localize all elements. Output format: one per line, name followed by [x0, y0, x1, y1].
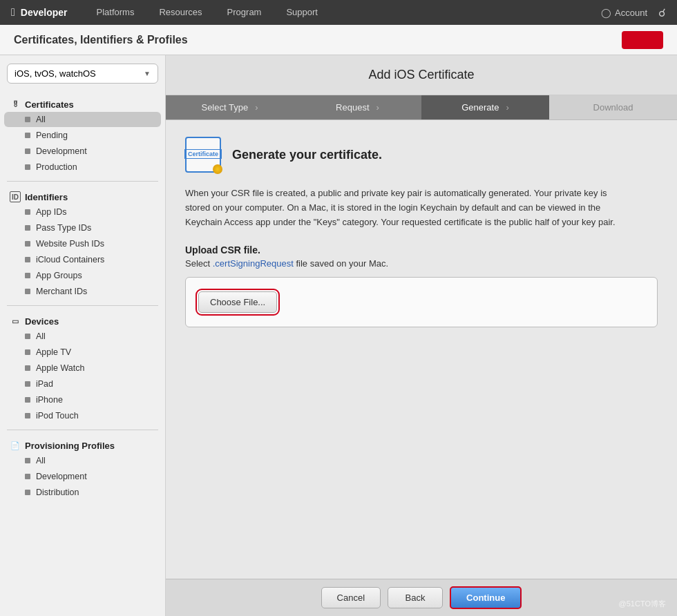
- dot-icon: [25, 148, 30, 154]
- sidebar-section-devices: ▭ Devices All Apple TV Apple Watch iPad: [0, 309, 165, 427]
- dot-icon: [25, 365, 30, 371]
- sidebar-item-label: Pending: [36, 131, 68, 140]
- generate-header: Certificate Generate your certificate.: [185, 137, 658, 173]
- back-button[interactable]: Back: [388, 587, 443, 608]
- step-generate[interactable]: Generate ›: [421, 95, 549, 119]
- sidebar-section-certificates: 🎖 Certificates All Pending Development P…: [0, 92, 165, 178]
- sidebar-item-pp-all[interactable]: All: [4, 453, 161, 468]
- step-download[interactable]: Download: [549, 95, 677, 119]
- provisioning-icon: 📄: [10, 440, 21, 451]
- sidebar-item-apple-watch[interactable]: Apple Watch: [4, 360, 161, 376]
- account-label: Account: [615, 8, 647, 18]
- provisioning-header: 📄 Provisioning Profiles: [0, 436, 165, 452]
- dot-icon: [25, 117, 30, 122]
- upload-desc-suffix: file saved on your Mac.: [294, 258, 388, 269]
- main-content: Certificate Generate your certificate. W…: [166, 120, 677, 579]
- sub-header: Certificates, Identifiers & Profiles: [0, 25, 677, 55]
- dot-icon: [25, 289, 30, 294]
- dot-icon: [25, 413, 30, 418]
- sidebar-item-pending[interactable]: Pending: [4, 128, 161, 143]
- step-label: Download: [593, 102, 633, 113]
- nav-platforms[interactable]: Platforms: [84, 0, 147, 25]
- nav-account[interactable]: ◯ Account: [601, 8, 647, 18]
- sidebar-item-label: All: [36, 115, 46, 124]
- sidebar-item-label: iPad: [36, 379, 53, 389]
- sidebar-item-label: Apple Watch: [36, 363, 84, 373]
- badge-icon: [213, 164, 222, 174]
- sidebar-item-pass-type-ids[interactable]: Pass Type IDs: [4, 220, 161, 235]
- sidebar-item-label: iPod Touch: [36, 411, 79, 421]
- generate-title: Generate your certificate.: [232, 148, 382, 162]
- step-select-type[interactable]: Select Type ›: [166, 95, 294, 119]
- sidebar-item-development[interactable]: Development: [4, 144, 161, 159]
- content-title: Add iOS Certificate: [166, 55, 677, 95]
- nav-support[interactable]: Support: [274, 0, 330, 25]
- sidebar-item-production[interactable]: Production: [4, 160, 161, 175]
- continue-button[interactable]: Continue: [450, 586, 522, 609]
- nav-program[interactable]: Program: [215, 0, 274, 25]
- sidebar-item-distribution[interactable]: Distribution: [4, 485, 161, 500]
- divider: [7, 181, 158, 182]
- sidebar-item-label: All: [36, 456, 46, 465]
- top-nav:  Developer Platforms Resources Program …: [0, 0, 677, 25]
- sidebar-item-pp-development[interactable]: Development: [4, 469, 161, 484]
- certificate-icon: Certificate: [185, 137, 221, 173]
- devices-label: Devices: [25, 316, 59, 327]
- dot-icon: [25, 397, 30, 403]
- cancel-button[interactable]: Cancel: [321, 587, 381, 608]
- header-red-button[interactable]: [622, 31, 663, 49]
- brand-label: Developer: [21, 7, 68, 18]
- dot-icon: [25, 349, 30, 355]
- bottom-bar: Cancel Back Continue: [166, 579, 677, 616]
- dot-icon: [25, 458, 30, 463]
- main-layout: iOS, tvOS, watchOS ▼ 🎖 Certificates All …: [0, 55, 677, 616]
- devices-icon: ▭: [10, 316, 21, 327]
- step-label: Generate: [461, 102, 499, 113]
- certificates-icon: 🎖: [10, 99, 21, 110]
- sidebar-item-all-devices[interactable]: All: [4, 329, 161, 344]
- search-icon[interactable]: ☌: [658, 6, 666, 19]
- sidebar-item-icloud-containers[interactable]: iCloud Containers: [4, 252, 161, 267]
- page-title: Certificates, Identifiers & Profiles: [14, 34, 188, 46]
- cert-icon-inner: Certificate: [184, 149, 222, 161]
- sidebar-item-label: App Groups: [36, 271, 82, 280]
- dot-icon: [25, 273, 30, 278]
- certificates-header: 🎖 Certificates: [0, 95, 165, 111]
- sidebar-item-label: App IDs: [36, 207, 66, 217]
- description-text: When your CSR file is created, a public …: [185, 186, 627, 229]
- dot-icon: [25, 225, 30, 231]
- sidebar-item-label: Website Push IDs: [36, 239, 104, 249]
- sidebar-item-label: Production: [36, 162, 77, 172]
- sidebar-item-app-groups[interactable]: App Groups: [4, 268, 161, 283]
- sidebar-item-website-push-ids[interactable]: Website Push IDs: [4, 236, 161, 251]
- choose-file-button[interactable]: Choose File...: [198, 291, 277, 313]
- apple-logo-icon: : [11, 6, 15, 19]
- dot-icon: [25, 164, 30, 170]
- upload-desc-prefix: Select: [185, 258, 213, 269]
- sidebar-item-label: Development: [36, 146, 87, 156]
- account-icon: ◯: [601, 8, 611, 18]
- dot-icon: [25, 133, 30, 138]
- step-arrow-icon: ›: [255, 102, 258, 113]
- sidebar-item-ipad[interactable]: iPad: [4, 376, 161, 392]
- identifiers-header: ID Identifiers: [0, 187, 165, 204]
- sidebar-item-app-ids[interactable]: App IDs: [4, 204, 161, 220]
- dot-icon: [25, 241, 30, 247]
- sidebar-item-label: Merchant IDs: [36, 287, 87, 296]
- platform-dropdown[interactable]: iOS, tvOS, watchOS ▼: [7, 64, 158, 84]
- sidebar-item-label: Distribution: [36, 488, 79, 497]
- step-arrow-icon: ›: [376, 102, 379, 113]
- step-label: Request: [336, 102, 369, 113]
- sidebar-item-merchant-ids[interactable]: Merchant IDs: [4, 284, 161, 299]
- chevron-down-icon: ▼: [144, 70, 151, 77]
- sidebar-item-iphone[interactable]: iPhone: [4, 392, 161, 407]
- identifiers-label: Identifiers: [25, 192, 68, 202]
- dot-icon: [25, 474, 30, 479]
- nav-resources[interactable]: Resources: [146, 0, 214, 25]
- dot-icon: [25, 490, 30, 495]
- sidebar-item-all[interactable]: All: [4, 112, 161, 127]
- step-request[interactable]: Request ›: [294, 95, 421, 119]
- sidebar-item-ipod-touch[interactable]: iPod Touch: [4, 408, 161, 423]
- dot-icon: [25, 257, 30, 262]
- sidebar-item-apple-tv[interactable]: Apple TV: [4, 345, 161, 360]
